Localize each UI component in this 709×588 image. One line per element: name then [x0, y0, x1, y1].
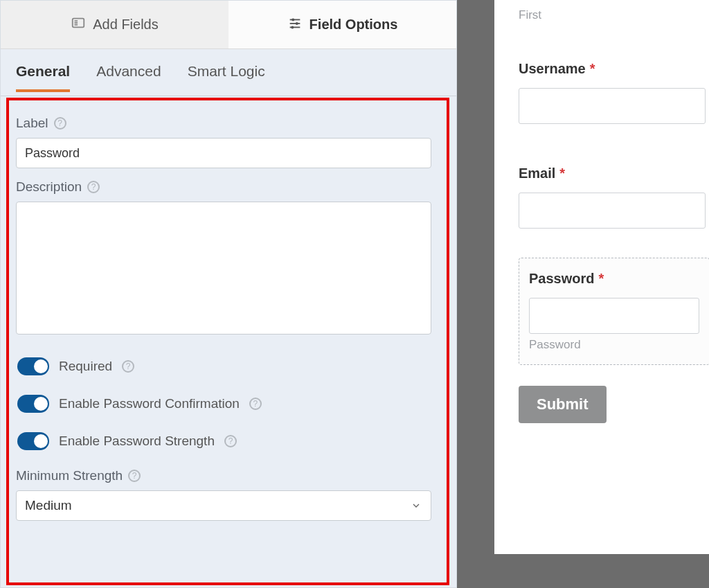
- selected-field-box[interactable]: Password * Password: [519, 258, 709, 365]
- sub-tabs: General Advanced Smart Logic: [1, 49, 456, 96]
- username-label-row: Username *: [519, 61, 709, 77]
- password-input[interactable]: [529, 298, 699, 334]
- first-sublabel: First: [519, 8, 709, 22]
- confirmation-label: Enable Password Confirmation: [59, 396, 240, 411]
- field-options-panel: Add Fields Field Options General Advance…: [0, 0, 457, 588]
- confirmation-row: Enable Password Confirmation ?: [17, 395, 441, 413]
- tab-field-options-label: Field Options: [309, 17, 398, 33]
- email-input[interactable]: [519, 193, 706, 229]
- options-body: Label ? Description ? Required ? Enable …: [1, 96, 456, 536]
- tab-add-fields-label: Add Fields: [93, 17, 159, 33]
- label-input[interactable]: [16, 138, 431, 168]
- description-input[interactable]: [16, 202, 431, 335]
- toggle-required[interactable]: [17, 357, 49, 375]
- password-label-row: Password *: [529, 271, 699, 287]
- label-row: Label ?: [16, 116, 441, 131]
- sub-tab-advanced[interactable]: Advanced: [96, 63, 161, 89]
- description-label: Description: [16, 179, 82, 195]
- help-icon[interactable]: ?: [224, 435, 237, 447]
- help-icon[interactable]: ?: [54, 117, 66, 130]
- description-row: Description ?: [16, 179, 441, 195]
- help-icon[interactable]: ?: [249, 398, 262, 410]
- username-input[interactable]: [519, 88, 706, 124]
- help-icon[interactable]: ?: [128, 470, 141, 482]
- required-star: *: [598, 271, 604, 287]
- help-icon[interactable]: ?: [87, 181, 100, 193]
- username-label: Username: [519, 61, 586, 77]
- min-strength-label: Minimum Strength: [16, 468, 123, 483]
- tab-field-options[interactable]: Field Options: [228, 1, 456, 48]
- top-tabs: Add Fields Field Options: [1, 1, 456, 49]
- min-strength-select-wrap: [16, 490, 431, 521]
- min-strength-select[interactable]: [16, 490, 431, 521]
- help-icon[interactable]: ?: [122, 360, 134, 373]
- required-row: Required ?: [17, 357, 441, 375]
- tab-add-fields[interactable]: Add Fields: [1, 1, 228, 48]
- svg-point-9: [291, 26, 294, 28]
- form-list-icon: [71, 15, 86, 34]
- sliders-icon: [287, 15, 303, 34]
- password-label: Password: [529, 271, 594, 287]
- email-label: Email: [519, 166, 555, 181]
- label-label: Label: [16, 116, 48, 131]
- required-label: Required: [59, 359, 112, 374]
- svg-rect-0: [73, 19, 84, 28]
- sub-tab-general[interactable]: General: [16, 63, 70, 92]
- sub-tab-smart-logic[interactable]: Smart Logic: [188, 63, 265, 89]
- form-preview: First Username * Email * Password * Pass…: [494, 0, 709, 554]
- toggle-confirmation[interactable]: [17, 395, 49, 413]
- min-strength-label-row: Minimum Strength ?: [16, 468, 441, 483]
- svg-point-5: [291, 18, 294, 21]
- submit-button[interactable]: Submit: [519, 386, 607, 423]
- toggle-strength[interactable]: [17, 432, 49, 450]
- strength-label: Enable Password Strength: [59, 434, 215, 449]
- svg-point-7: [295, 22, 298, 25]
- required-star: *: [559, 166, 565, 181]
- required-star: *: [590, 61, 595, 77]
- email-label-row: Email *: [519, 166, 709, 181]
- password-sublabel: Password: [529, 338, 699, 352]
- strength-row: Enable Password Strength ?: [17, 432, 441, 450]
